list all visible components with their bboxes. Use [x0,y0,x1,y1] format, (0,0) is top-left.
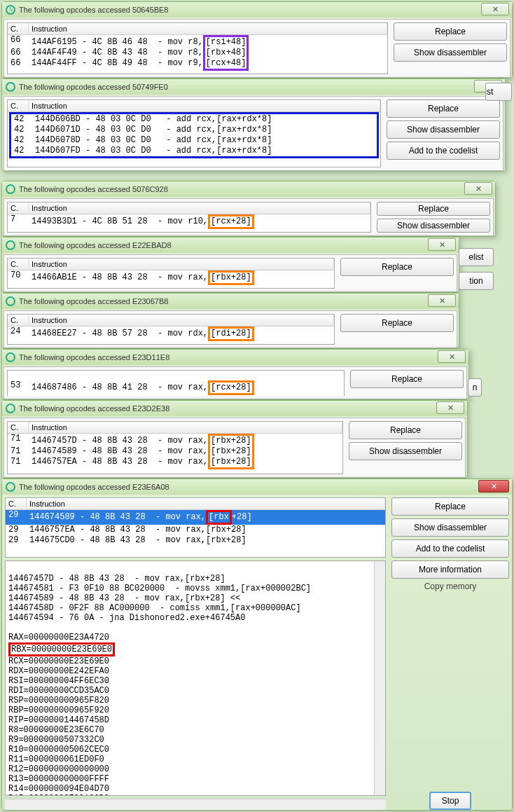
svg-point-5 [6,241,15,249]
titlebar[interactable]: The following opcodes accessed E23E6A08 … [2,479,512,495]
register-line: RDX=00000000E242EFA0 [8,666,109,676]
table-row[interactable]: 714493B3D1 - 4C 8B 51 28 - mov r10,[rcx+… [8,214,370,229]
stop-button[interactable]: Stop [429,792,471,810]
replace-button[interactable]: Replace [349,421,462,439]
titlebar[interactable]: The following opcodes accessed 50749FE0 … [2,79,505,95]
svg-point-8 [6,404,15,413]
list-header: C. Instruction [8,23,387,35]
moreinfo-button[interactable]: More information [391,560,509,579]
register-line: R10=000000005062CEC0 [8,745,109,755]
register-line: R11=0000000061ED0F0 [8,755,104,764]
disassembler-button[interactable]: Show disassembler [387,121,500,139]
table-row[interactable]: 711446757EA - 48 8B 43 28 - mov rax,[rbx… [8,457,342,469]
window-title: The following opcodes accessed E23E6A08 [19,483,509,491]
disassembler-button[interactable]: Show disassembler [391,518,509,537]
app-icon [5,296,16,307]
instruction-list[interactable]: C. Instruction 66144AF6195 - 4C 8B 46 48… [7,22,388,74]
window-title: The following opcodes accessed 5076C928 [19,185,492,193]
titlebar[interactable]: The following opcodes accessed 50645BE8 … [2,2,512,18]
app-icon [5,403,16,414]
svg-point-4 [6,185,15,193]
opcode-window-8: The following opcodes accessed E23E6A08 … [1,479,513,811]
instruction-list[interactable]: 53144687486 - 48 8B 41 28 - mov rax,[rcx… [7,370,345,396]
window-title: The following opcodes accessed E22EBAD8 [19,241,456,249]
disassembler-button[interactable]: Show disassembler [394,43,507,62]
table-row[interactable]: 42144D607FD - 48 03 0C D0 - add rcx,[rax… [11,146,377,156]
replace-button[interactable]: Replace [394,22,507,41]
table-row[interactable]: 42144D606BD - 48 03 0C D0 - add rcx,[rax… [11,114,377,125]
replace-button[interactable]: Replace [377,202,490,216]
register-line: RBP=000000000965F920 [8,706,109,715]
titlebar[interactable]: The following opcodes accessed E23D11E8 … [2,350,468,365]
instruction-list[interactable]: C.Instruction 7014466AB1E - 48 8B 43 28 … [7,258,335,289]
close-button[interactable]: ✕ [428,238,456,251]
codelist-button[interactable]: Add to the codelist [391,539,509,558]
replace-button[interactable]: Replace [340,258,454,276]
codelist-button-partial[interactable]: Add to the codelist [485,83,512,101]
window-title: The following opcodes accessed E23067B8 [19,297,456,305]
register-line: R8=00000000E23E6C70 [8,725,104,735]
replace-button[interactable]: Replace [350,370,464,388]
codelist-button[interactable]: Add to the codelist [387,142,500,160]
opcode-window-6: The following opcodes accessed E23D11E8 … [1,349,469,400]
instruction-list[interactable]: C.Instruction 714493B3D1 - 4C 8B 51 28 -… [7,202,371,233]
scrollbar-horizontal[interactable] [5,799,386,810]
col-instruction: Instruction [29,23,387,34]
disassembler-button[interactable]: Show disassembler [377,219,490,233]
titlebar[interactable]: The following opcodes accessed E23D2E38 … [2,401,467,416]
window-title: The following opcodes accessed 50645BE8 [19,6,509,14]
close-button[interactable]: ✕ [436,401,464,414]
titlebar[interactable]: The following opcodes accessed E23067B8 … [2,294,459,309]
close-button[interactable]: ✕ [464,182,492,195]
replace-button[interactable]: Replace [340,314,454,332]
titlebar[interactable]: The following opcodes accessed 5076C928 … [2,181,495,197]
detail-pane[interactable]: 14467457D - 48 8B 43 28 - mov rax,[rbx+2… [5,560,386,796]
table-row[interactable]: 29144674589 - 48 8B 43 28 - mov rax,[rbx… [6,510,385,525]
app-icon [5,240,16,251]
table-row[interactable]: 291446757EA - 48 8B 43 28 - mov rax,[rbx… [6,525,385,535]
register-line: RIP=000000014467458D [8,715,109,725]
app-icon [5,81,16,92]
titlebar[interactable]: The following opcodes accessed E22EBAD8 … [2,238,459,253]
register-line: RSP=000000000965F820 [8,696,109,706]
scrollbar-vertical[interactable] [374,561,385,795]
table-row[interactable]: 42144D6078D - 48 03 0C D0 - add rcx,[rax… [11,135,377,146]
close-button[interactable]: ✕ [438,350,466,363]
register-line: R14=0000000094E04D70 [8,784,109,794]
close-button[interactable]: ✕ [478,480,509,493]
replace-button[interactable]: Replace [387,99,500,118]
replace-button[interactable]: Replace [391,497,509,516]
table-row[interactable]: 7014466AB1E - 48 8B 43 28 - mov rax,[rbx… [8,270,334,285]
detail-line: 144674594 - 76 0A - jna Dishonored2.exe+… [8,613,245,623]
table-row[interactable]: 29144675CD0 - 48 8B 43 28 - mov rax,[rbx… [6,535,385,546]
instruction-list[interactable]: C.Instruction 7114467457D - 48 8B 43 28 … [7,421,343,474]
instruction-list[interactable]: C.Instruction 29144674589 - 48 8B 43 28 … [5,497,386,558]
table-row[interactable]: 2414468EE27 - 48 8B 57 28 - mov rdx,[rdi… [8,326,334,341]
moreinfo-button-partial[interactable]: n [468,378,482,397]
app-icon [5,481,16,493]
window-title: The following opcodes accessed E23D2E38 [19,404,464,413]
svg-point-7 [6,353,15,362]
opcode-window-7: The following opcodes accessed E23D2E38 … [1,400,468,479]
app-icon [5,184,16,195]
instruction-list[interactable]: C. Instruction 42144D606BD - 48 03 0C D0… [7,99,381,167]
table-row[interactable]: 42144D6071D - 48 03 0C D0 - add rcx,[rax… [11,125,377,135]
instruction-list[interactable]: C.Instruction 2414468EE27 - 48 8B 57 28 … [7,314,335,345]
codelist-button-partial[interactable]: elist [459,248,494,266]
register-line: RCX=00000000E23E69E0 [8,656,109,666]
register-line: R12=0000000000000000 [8,764,109,774]
table-row[interactable]: 66144AF6195 - 4C 8B 46 48 - mov r8,[rsi+… [8,35,387,48]
close-button[interactable]: ✕ [481,3,509,15]
disassembler-button[interactable]: Show disassembler [349,442,462,460]
copy-memory-label[interactable]: Copy memory [391,582,509,591]
list-header: C. Instruction [8,100,380,112]
table-row[interactable]: 7114467457D - 48 8B 43 28 - mov rax,[rbx… [8,434,342,446]
table-row[interactable]: 53144687486 - 48 8B 41 28 - mov rax,[rcx… [8,371,344,395]
close-button[interactable]: ✕ [428,294,456,307]
moreinfo-button-partial[interactable]: tion [459,272,494,290]
detail-line: 144674581 - F3 0F10 88 BC020000 - movss … [8,584,311,593]
register-line: RDI=00000000CCD35AC0 [8,686,109,696]
table-row[interactable]: 66144AF4F49 - 4C 8B 43 48 - mov r8,[rbx+… [8,48,387,58]
table-row[interactable]: 71144674589 - 48 8B 43 28 - mov rax,[rbx… [8,446,342,457]
table-row[interactable]: 66144AF44FF - 4C 8B 49 48 - mov r9,[rcx+… [8,58,387,71]
